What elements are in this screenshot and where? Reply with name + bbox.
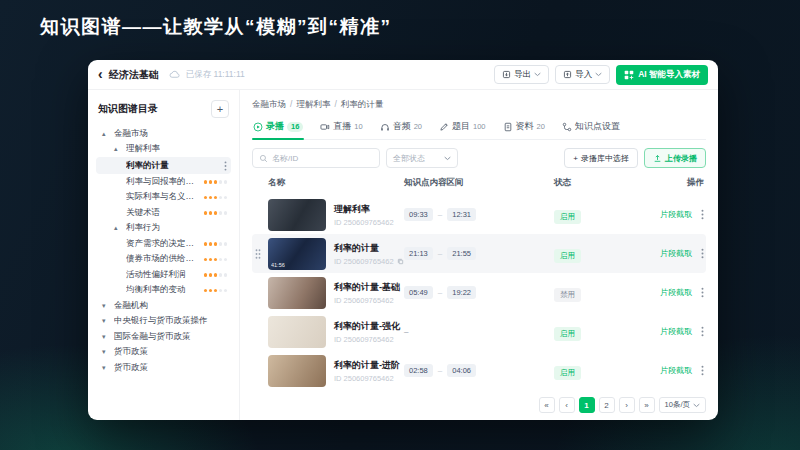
back-icon[interactable]: ‹ [98,67,103,81]
breadcrumb-item[interactable]: 利率的计量 [341,99,384,111]
sidebar-item[interactable]: 利率与回报率的区别 [96,174,231,190]
time-end: 04:06 [447,364,476,377]
breadcrumb-item[interactable]: 理解利率 [296,99,330,111]
expand-icon[interactable]: ▾ [102,333,110,341]
column-header-status: 状态 [554,177,618,189]
table-row[interactable]: 利率的计量-强化 ID 250609765462 – 启用 片段截取 [252,312,706,351]
status-badge: 启用 [554,249,581,263]
sidebar: 知识图谱目录 + ▴ 金融市场 ▴ 理解利率 利率的计量 [88,90,240,420]
tab-materials[interactable]: 资料 20 [502,118,546,139]
breadcrumb: 金融市场 / 理解利率 / 利率的计量 [252,99,706,111]
more-icon[interactable] [224,161,227,171]
sidebar-item-central-bank[interactable]: ▾ 中央银行与货币政策操作 [96,314,231,330]
tab-knowledge-settings[interactable]: 知识点设置 [561,118,621,139]
sidebar-item[interactable]: 均衡利率的变动 [96,283,231,299]
video-thumbnail[interactable] [268,355,326,387]
save-status: 已保存 11:11:11 [186,69,245,81]
sidebar-item-finance-market[interactable]: ▴ 金融市场 [96,126,231,142]
video-id: ID 250609765462 [334,335,394,344]
clip-extract-action[interactable]: 片段截取 [660,248,692,259]
sidebar-item-financial-institutions[interactable]: ▾ 金融机构 [96,298,231,314]
range-separator: – [438,249,442,258]
sidebar-item-intl-finance[interactable]: ▾ 国际金融与货币政策 [96,329,231,345]
search-box[interactable] [252,148,380,168]
video-thumbnail[interactable] [268,277,326,309]
tab-live[interactable]: 直播 10 [319,118,363,139]
expand-icon[interactable]: ▾ [102,348,110,356]
chevron-down-icon [595,72,602,77]
sidebar-item-rate-measurement[interactable]: 利率的计量 [96,157,231,174]
next-page-button[interactable]: › [619,397,635,413]
video-name: 理解利率 [334,203,394,216]
video-thumbnail[interactable]: 41:56 [268,238,326,270]
tab-count-badge: 100 [473,122,486,131]
page-button-1[interactable]: 1 [579,397,595,413]
expand-icon[interactable]: ▾ [102,364,110,372]
clip-extract-action[interactable]: 片段截取 [660,326,692,337]
ai-import-label: AI 智能导入素材 [638,69,700,81]
status-filter-select[interactable]: 全部状态 [386,148,458,168]
sidebar-item[interactable]: 活动性偏好利润 [96,267,231,283]
more-icon[interactable] [701,248,704,259]
table-row[interactable]: 理解利率 ID 250609765462 09:33 – 12:31 启用 片段… [252,195,706,234]
more-icon[interactable] [701,365,704,376]
drag-handle-icon[interactable] [255,248,261,259]
sidebar-item-understand-rates[interactable]: ▴ 理解利率 [96,142,231,158]
more-icon[interactable] [701,209,704,220]
video-thumbnail[interactable] [268,199,326,231]
tab-questions[interactable]: 题目 100 [438,118,487,139]
prev-page-button[interactable]: ‹ [559,397,575,413]
export-icon [502,70,511,79]
clip-extract-action[interactable]: 片段截取 [660,209,692,220]
table-row[interactable]: 41:56 利率的计量 ID 250609765462 [252,234,706,273]
time-start: 05:49 [404,286,433,299]
table-row[interactable]: 利率的计量-进阶 ID 250609765462 02:58 – 04:06 启… [252,351,706,390]
upload-recording-button[interactable]: 上传录播 [644,148,706,168]
sidebar-item[interactable]: 资产需求的决定性因素 [96,236,231,252]
expand-icon[interactable]: ▾ [102,302,110,310]
cloud-icon [169,69,180,80]
tab-recordings[interactable]: 录播 16 [252,118,304,139]
collapse-icon[interactable]: ▴ [102,130,110,138]
slide-background: 知识图谱——让教学从“模糊”到“精准” ‹ 经济法基础 已保存 11:11:11… [0,0,800,450]
range-separator: – [438,210,442,219]
add-node-button[interactable]: + [211,100,229,118]
play-circle-icon [253,122,263,132]
status-badge: 启用 [554,327,581,341]
sidebar-item[interactable]: 债券市场的供给与需求 [96,252,231,268]
tab-count-badge: 20 [414,122,422,131]
collapse-icon[interactable]: ▴ [114,145,122,153]
sidebar-item-monetary-policy[interactable]: ▾ 货币政策 [96,345,231,361]
video-thumbnail[interactable] [268,316,326,348]
sidebar-item[interactable]: 关键术语 [96,205,231,221]
export-button[interactable]: 导出 [494,65,549,84]
clip-extract-action[interactable]: 片段截取 [660,365,692,376]
clip-extract-action[interactable]: 片段截取 [660,287,692,298]
video-name: 利率的计量 [334,242,404,255]
import-button[interactable]: 导入 [555,65,610,84]
table-row[interactable]: 利率的计量-基础 ID 250609765462 05:49 – 19:22 禁… [252,273,706,312]
page-button-2[interactable]: 2 [599,397,615,413]
sidebar-item-rate-behavior[interactable]: ▴ 利率行为 [96,221,231,237]
collapse-icon[interactable]: ▴ [114,224,122,232]
sidebar-item-monetary-policy[interactable]: ▾ 货币政策 [96,360,231,376]
last-page-button[interactable]: » [639,397,655,413]
expand-icon[interactable]: ▾ [102,317,110,325]
first-page-button[interactable]: « [539,397,555,413]
ai-import-button[interactable]: AI 智能导入素材 [616,65,708,85]
breadcrumb-separator: / [334,99,336,111]
tab-audio[interactable]: 音频 20 [379,118,423,139]
search-input[interactable] [272,154,373,163]
pagination: « ‹ 1 2 › » 10条/页 [252,392,706,413]
copy-icon[interactable] [397,258,404,265]
page-size-select[interactable]: 10条/页 [659,397,706,413]
more-icon[interactable] [701,287,704,298]
sidebar-item[interactable]: 实际利率与名义利率的区别 [96,190,231,206]
ai-grid-icon [624,70,634,80]
video-id: ID 250609765462 [334,296,394,305]
select-from-library-button[interactable]: + 录播库中选择 [564,148,638,168]
breadcrumb-item[interactable]: 金融市场 [252,99,286,111]
upload-icon [653,154,662,163]
more-icon[interactable] [701,326,704,337]
document-icon [503,122,513,132]
